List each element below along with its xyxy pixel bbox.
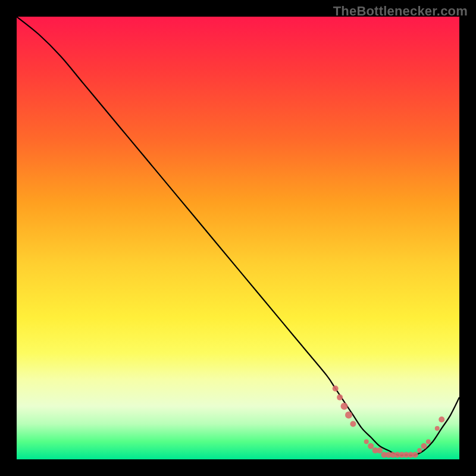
data-marker [421, 443, 427, 449]
data-marker [417, 448, 422, 453]
data-marker [333, 386, 339, 392]
data-marker [345, 412, 352, 419]
data-marker [341, 403, 348, 410]
data-marker [337, 394, 343, 400]
data-marker [435, 426, 440, 431]
plot-area [17, 17, 459, 459]
data-marker [350, 421, 356, 427]
data-marker [364, 439, 369, 444]
bottleneck-curve [17, 17, 459, 455]
curve-svg [17, 17, 459, 459]
data-marker [439, 416, 444, 422]
data-marker [368, 443, 374, 449]
data-marker [426, 439, 431, 444]
data-marker [412, 452, 418, 458]
chart-frame: TheBottlenecker.com [0, 0, 476, 476]
data-marker [377, 447, 383, 453]
